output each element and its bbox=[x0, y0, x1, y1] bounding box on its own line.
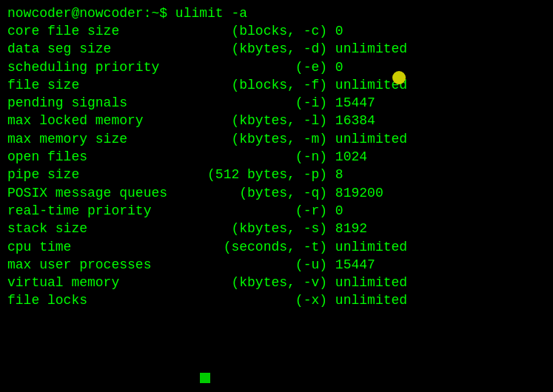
output-area: core file size (blocks, -c) 0data seg si… bbox=[7, 22, 546, 310]
prompt-line: nowcoder@nowcoder:~$ ulimit -a bbox=[7, 6, 546, 21]
table-row: data seg size (kbytes, -d) unlimited bbox=[7, 40, 546, 58]
table-row: core file size (blocks, -c) 0 bbox=[7, 22, 546, 40]
table-row: scheduling priority (-e) 0 bbox=[7, 58, 546, 76]
terminal-window: nowcoder@nowcoder:~$ ulimit -a core file… bbox=[0, 0, 553, 392]
table-row: open files (-n) 1024 bbox=[7, 148, 546, 166]
table-row: POSIX message queues (bytes, -q) 819200 bbox=[7, 184, 546, 202]
table-row: cpu time (seconds, -t) unlimited bbox=[7, 238, 546, 256]
table-row: max locked memory (kbytes, -l) 16384 bbox=[7, 112, 546, 129]
table-row: pipe size (512 bytes, -p) 8 bbox=[7, 166, 546, 183]
table-row: virtual memory (kbytes, -v) unlimited bbox=[7, 274, 546, 291]
table-row: real-time priority (-r) 0 bbox=[7, 202, 546, 220]
table-row: file size (blocks, -f) unlimited bbox=[7, 76, 546, 94]
cursor-icon bbox=[392, 71, 406, 84]
bottom-cursor-icon bbox=[200, 373, 210, 383]
table-row: stack size (kbytes, -s) 8192 bbox=[7, 220, 546, 237]
table-row: max memory size (kbytes, -m) unlimited bbox=[7, 130, 546, 148]
table-row: max user processes (-u) 15447 bbox=[7, 256, 546, 274]
table-row: pending signals (-i) 15447 bbox=[7, 94, 546, 112]
table-row: file locks (-x) unlimited bbox=[7, 291, 546, 309]
